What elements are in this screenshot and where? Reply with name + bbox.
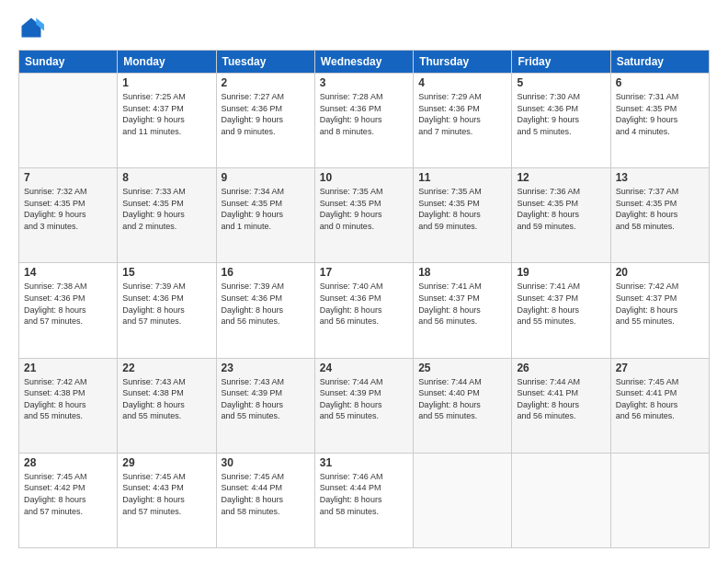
day-info: Sunrise: 7:25 AMSunset: 4:37 PMDaylight:… [122, 91, 210, 137]
calendar-cell: 15Sunrise: 7:39 AMSunset: 4:36 PMDayligh… [118, 263, 216, 358]
calendar-day-header: Monday [118, 51, 216, 74]
calendar-cell: 10Sunrise: 7:35 AMSunset: 4:35 PMDayligh… [314, 168, 413, 263]
day-info: Sunrise: 7:30 AMSunset: 4:36 PMDaylight:… [517, 91, 605, 137]
day-number: 29 [122, 456, 210, 469]
day-info: Sunrise: 7:44 AMSunset: 4:41 PMDaylight:… [517, 376, 605, 422]
calendar-cell: 31Sunrise: 7:46 AMSunset: 4:44 PMDayligh… [314, 453, 413, 547]
calendar-cell: 25Sunrise: 7:44 AMSunset: 4:40 PMDayligh… [414, 358, 512, 453]
calendar-cell: 30Sunrise: 7:45 AMSunset: 4:44 PMDayligh… [216, 453, 314, 547]
day-info: Sunrise: 7:43 AMSunset: 4:39 PMDaylight:… [222, 376, 310, 422]
day-number: 11 [418, 171, 506, 184]
calendar-cell: 4Sunrise: 7:29 AMSunset: 4:36 PMDaylight… [414, 74, 512, 168]
day-info: Sunrise: 7:35 AMSunset: 4:35 PMDaylight:… [418, 186, 506, 232]
calendar-week-row: 21Sunrise: 7:42 AMSunset: 4:38 PMDayligh… [19, 358, 710, 453]
day-number: 18 [418, 266, 506, 279]
day-info: Sunrise: 7:36 AMSunset: 4:35 PMDaylight:… [517, 186, 605, 232]
calendar-cell: 26Sunrise: 7:44 AMSunset: 4:41 PMDayligh… [512, 358, 610, 453]
day-info: Sunrise: 7:45 AMSunset: 4:44 PMDaylight:… [222, 471, 310, 517]
calendar-cell: 3Sunrise: 7:28 AMSunset: 4:36 PMDaylight… [314, 74, 413, 168]
logo [18, 15, 48, 40]
calendar-cell: 22Sunrise: 7:43 AMSunset: 4:38 PMDayligh… [118, 358, 216, 453]
calendar-cell: 9Sunrise: 7:34 AMSunset: 4:35 PMDaylight… [216, 168, 314, 263]
day-number: 7 [24, 171, 112, 184]
calendar-cell: 7Sunrise: 7:32 AMSunset: 4:35 PMDaylight… [19, 168, 118, 263]
calendar-cell: 6Sunrise: 7:31 AMSunset: 4:35 PMDaylight… [610, 74, 709, 168]
calendar-cell: 17Sunrise: 7:40 AMSunset: 4:36 PMDayligh… [314, 263, 413, 358]
day-number: 27 [616, 362, 704, 374]
calendar-week-row: 14Sunrise: 7:38 AMSunset: 4:36 PMDayligh… [19, 263, 710, 358]
day-number: 15 [122, 266, 210, 279]
calendar-day-header: Tuesday [216, 51, 314, 74]
day-number: 13 [616, 171, 704, 184]
calendar-week-row: 1Sunrise: 7:25 AMSunset: 4:37 PMDaylight… [19, 74, 710, 168]
day-info: Sunrise: 7:43 AMSunset: 4:38 PMDaylight:… [122, 376, 210, 422]
day-number: 19 [517, 266, 605, 279]
calendar-header-row: SundayMondayTuesdayWednesdayThursdayFrid… [19, 51, 710, 74]
calendar-cell: 20Sunrise: 7:42 AMSunset: 4:37 PMDayligh… [610, 263, 709, 358]
day-number: 25 [418, 362, 506, 374]
calendar-cell [19, 74, 118, 168]
day-number: 4 [418, 76, 506, 89]
day-number: 31 [320, 456, 408, 469]
day-info: Sunrise: 7:31 AMSunset: 4:35 PMDaylight:… [616, 91, 704, 137]
calendar-cell [610, 453, 709, 547]
day-number: 2 [222, 76, 310, 89]
day-number: 23 [222, 362, 310, 374]
logo-icon [18, 15, 44, 40]
day-info: Sunrise: 7:42 AMSunset: 4:38 PMDaylight:… [24, 376, 112, 422]
day-number: 12 [517, 171, 605, 184]
day-number: 21 [24, 362, 112, 374]
calendar-cell: 19Sunrise: 7:41 AMSunset: 4:37 PMDayligh… [512, 263, 610, 358]
calendar-day-header: Saturday [610, 51, 709, 74]
day-info: Sunrise: 7:45 AMSunset: 4:43 PMDaylight:… [122, 471, 210, 517]
calendar-cell: 8Sunrise: 7:33 AMSunset: 4:35 PMDaylight… [118, 168, 216, 263]
day-info: Sunrise: 7:33 AMSunset: 4:35 PMDaylight:… [122, 186, 210, 232]
calendar-cell: 5Sunrise: 7:30 AMSunset: 4:36 PMDaylight… [512, 74, 610, 168]
day-number: 14 [24, 266, 112, 279]
calendar-cell: 2Sunrise: 7:27 AMSunset: 4:36 PMDaylight… [216, 74, 314, 168]
day-info: Sunrise: 7:35 AMSunset: 4:35 PMDaylight:… [320, 186, 408, 232]
calendar-cell: 29Sunrise: 7:45 AMSunset: 4:43 PMDayligh… [118, 453, 216, 547]
calendar-cell: 1Sunrise: 7:25 AMSunset: 4:37 PMDaylight… [118, 74, 216, 168]
calendar-cell: 16Sunrise: 7:39 AMSunset: 4:36 PMDayligh… [216, 263, 314, 358]
day-number: 16 [222, 266, 310, 279]
day-number: 20 [616, 266, 704, 279]
calendar-table: SundayMondayTuesdayWednesdayThursdayFrid… [18, 50, 710, 548]
day-number: 9 [222, 171, 310, 184]
calendar-day-header: Sunday [19, 51, 118, 74]
calendar-cell: 23Sunrise: 7:43 AMSunset: 4:39 PMDayligh… [216, 358, 314, 453]
day-number: 8 [122, 171, 210, 184]
day-number: 5 [517, 76, 605, 89]
day-number: 30 [222, 456, 310, 469]
day-info: Sunrise: 7:38 AMSunset: 4:36 PMDaylight:… [24, 281, 112, 327]
calendar-cell: 28Sunrise: 7:45 AMSunset: 4:42 PMDayligh… [19, 453, 118, 547]
day-info: Sunrise: 7:46 AMSunset: 4:44 PMDaylight:… [320, 471, 408, 517]
calendar-day-header: Thursday [414, 51, 512, 74]
day-info: Sunrise: 7:44 AMSunset: 4:39 PMDaylight:… [320, 376, 408, 422]
day-number: 1 [122, 76, 210, 89]
day-number: 6 [616, 76, 704, 89]
calendar-cell: 27Sunrise: 7:45 AMSunset: 4:41 PMDayligh… [610, 358, 709, 453]
calendar-day-header: Wednesday [314, 51, 413, 74]
day-number: 24 [320, 362, 408, 374]
day-info: Sunrise: 7:41 AMSunset: 4:37 PMDaylight:… [418, 281, 506, 327]
calendar-cell [414, 453, 512, 547]
day-info: Sunrise: 7:27 AMSunset: 4:36 PMDaylight:… [222, 91, 310, 137]
calendar-cell: 12Sunrise: 7:36 AMSunset: 4:35 PMDayligh… [512, 168, 610, 263]
day-info: Sunrise: 7:45 AMSunset: 4:42 PMDaylight:… [24, 471, 112, 517]
day-info: Sunrise: 7:40 AMSunset: 4:36 PMDaylight:… [320, 281, 408, 327]
day-info: Sunrise: 7:29 AMSunset: 4:36 PMDaylight:… [418, 91, 506, 137]
calendar-week-row: 7Sunrise: 7:32 AMSunset: 4:35 PMDaylight… [19, 168, 710, 263]
day-info: Sunrise: 7:39 AMSunset: 4:36 PMDaylight:… [122, 281, 210, 327]
calendar-cell: 18Sunrise: 7:41 AMSunset: 4:37 PMDayligh… [414, 263, 512, 358]
calendar-cell [512, 453, 610, 547]
day-info: Sunrise: 7:39 AMSunset: 4:36 PMDaylight:… [222, 281, 310, 327]
day-info: Sunrise: 7:28 AMSunset: 4:36 PMDaylight:… [320, 91, 408, 137]
calendar-cell: 24Sunrise: 7:44 AMSunset: 4:39 PMDayligh… [314, 358, 413, 453]
calendar-day-header: Friday [512, 51, 610, 74]
calendar-cell: 11Sunrise: 7:35 AMSunset: 4:35 PMDayligh… [414, 168, 512, 263]
page: SundayMondayTuesdayWednesdayThursdayFrid… [0, 0, 728, 563]
calendar-cell: 13Sunrise: 7:37 AMSunset: 4:35 PMDayligh… [610, 168, 709, 263]
day-info: Sunrise: 7:32 AMSunset: 4:35 PMDaylight:… [24, 186, 112, 232]
day-info: Sunrise: 7:42 AMSunset: 4:37 PMDaylight:… [616, 281, 704, 327]
